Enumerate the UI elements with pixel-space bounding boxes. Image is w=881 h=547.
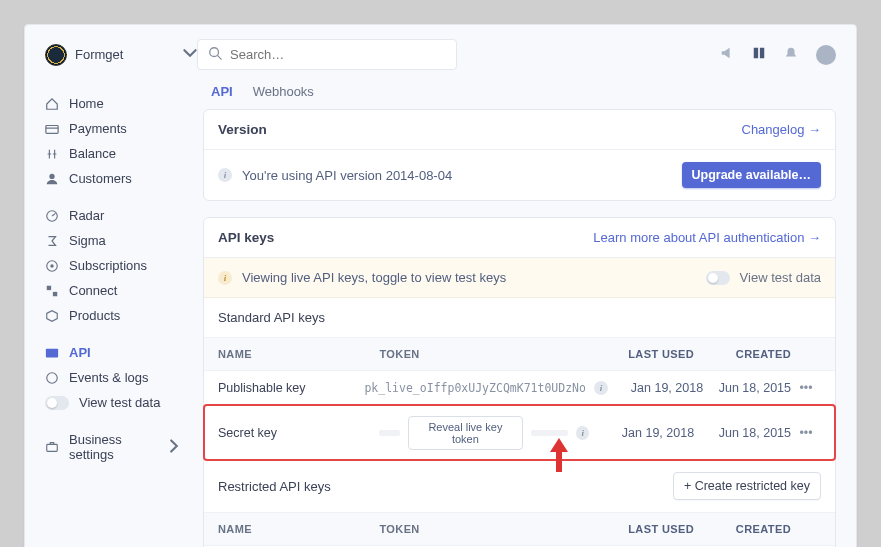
brand-logo-icon	[45, 44, 67, 66]
key-token[interactable]: pk_live_oIffp0xUJyZCQmK71t0UDzNo i	[364, 381, 608, 395]
api-keys-panel: API keys Learn more about API authentica…	[203, 217, 836, 547]
sidebar-item-connect[interactable]: Connect	[45, 279, 181, 302]
reveal-token-button[interactable]: Reveal live key token	[408, 416, 523, 450]
app-window: Formget Home	[24, 24, 857, 547]
sidebar-item-label: Home	[69, 96, 104, 111]
masked-token-icon	[379, 430, 400, 436]
svg-point-7	[50, 264, 54, 268]
sidebar-item-label: Balance	[69, 146, 116, 161]
sidebar-item-home[interactable]: Home	[45, 92, 181, 115]
svg-rect-10	[46, 348, 58, 357]
sidebar-item-label: View test data	[79, 395, 160, 410]
svg-rect-2	[46, 125, 58, 133]
connect-icon	[45, 284, 59, 298]
sidebar-item-label: Customers	[69, 171, 132, 186]
events-icon	[45, 371, 59, 385]
products-icon	[45, 309, 59, 323]
svg-rect-12	[47, 444, 58, 451]
nav-group-secondary: Radar Sigma Subscriptions Connect Produc…	[45, 204, 181, 327]
info-icon: i	[218, 168, 232, 182]
nav-group-dev: API Events & logs View test data	[45, 341, 181, 414]
row-more-icon[interactable]: •••	[791, 426, 821, 440]
payments-icon	[45, 122, 59, 136]
version-panel: Version Changelog → i You're using API v…	[203, 109, 836, 201]
key-token-cell: Reveal live key token i	[379, 416, 589, 450]
sidebar-item-label: Radar	[69, 208, 104, 223]
sidebar-item-products[interactable]: Products	[45, 304, 181, 327]
view-test-label: View test data	[740, 270, 821, 285]
sidebar-item-label: Business settings	[69, 432, 157, 462]
table-header: NAME TOKEN LAST USED CREATED	[204, 512, 835, 545]
balance-icon	[45, 147, 59, 161]
sidebar-item-label: Sigma	[69, 233, 106, 248]
tab-webhooks[interactable]: Webhooks	[253, 84, 314, 99]
col-created: CREATED	[694, 523, 791, 535]
tabs: API Webhooks	[203, 80, 836, 109]
home-icon	[45, 97, 59, 111]
sidebar-item-label: Subscriptions	[69, 258, 147, 273]
svg-point-4	[49, 173, 54, 178]
panel-title: Version	[218, 122, 267, 137]
version-info: i You're using API version 2014-08-04	[218, 168, 452, 183]
restricted-keys-header: Restricted API keys + Create restricted …	[204, 460, 835, 512]
search-icon	[208, 46, 222, 63]
sidebar-item-radar[interactable]: Radar	[45, 204, 181, 227]
sidebar-item-api[interactable]: API	[45, 341, 181, 364]
org-switcher[interactable]: Formget	[45, 44, 197, 66]
col-name: NAME	[218, 348, 379, 360]
search-input[interactable]	[230, 47, 446, 62]
key-lastused: Jan 19, 2018	[608, 381, 703, 395]
sidebar-item-payments[interactable]: Payments	[45, 117, 181, 140]
svg-rect-9	[53, 291, 57, 295]
col-lastused: LAST USED	[589, 523, 694, 535]
svg-line-1	[218, 56, 222, 60]
notice-text: Viewing live API keys, toggle to view te…	[242, 270, 506, 285]
bell-icon[interactable]	[784, 46, 798, 63]
info-icon[interactable]: i	[576, 426, 589, 440]
col-token: TOKEN	[379, 348, 589, 360]
sidebar-item-label: Events & logs	[69, 370, 149, 385]
masked-token-icon	[531, 430, 568, 436]
api-icon	[45, 346, 59, 360]
sidebar-item-testdata[interactable]: View test data	[45, 391, 181, 414]
learn-more-link[interactable]: Learn more about API authentication →	[593, 230, 821, 245]
sidebar-item-sigma[interactable]: Sigma	[45, 229, 181, 252]
announce-icon[interactable]	[720, 46, 734, 63]
customers-icon	[45, 172, 59, 186]
key-name: Secret key	[218, 426, 379, 440]
search-box[interactable]	[197, 39, 457, 70]
sidebar-item-customers[interactable]: Customers	[45, 167, 181, 190]
sidebar-item-label: Products	[69, 308, 120, 323]
warning-icon: i	[218, 271, 232, 285]
avatar[interactable]	[816, 45, 836, 65]
col-name: NAME	[218, 523, 379, 535]
svg-rect-8	[47, 285, 51, 289]
svg-point-11	[47, 372, 58, 383]
sidebar-item-label: Payments	[69, 121, 127, 136]
nav-group-settings: Business settings	[45, 428, 181, 466]
briefcase-icon	[45, 440, 59, 454]
col-created: CREATED	[694, 348, 791, 360]
sidebar-item-subscriptions[interactable]: Subscriptions	[45, 254, 181, 277]
sidebar-item-events[interactable]: Events & logs	[45, 366, 181, 389]
changelog-link[interactable]: Changelog →	[742, 122, 822, 137]
restricted-title: Restricted API keys	[218, 479, 331, 494]
chevron-right-icon	[167, 439, 181, 456]
upgrade-button[interactable]: Upgrade available…	[682, 162, 822, 188]
restricted-keys-table: NAME TOKEN LAST USED CREATED No restrict…	[204, 512, 835, 547]
sidebar-item-business-settings[interactable]: Business settings	[45, 428, 181, 466]
radar-icon	[45, 209, 59, 223]
table-row-secret: Secret key Reveal live key token i Jan 1…	[204, 405, 835, 460]
test-data-toggle[interactable]	[706, 271, 730, 285]
col-token: TOKEN	[379, 523, 589, 535]
tab-api[interactable]: API	[211, 84, 233, 99]
docs-icon[interactable]	[752, 46, 766, 63]
standard-keys-table: NAME TOKEN LAST USED CREATED Publishable…	[204, 337, 835, 460]
row-more-icon[interactable]: •••	[791, 381, 821, 395]
subscriptions-icon	[45, 259, 59, 273]
table-header: NAME TOKEN LAST USED CREATED	[204, 337, 835, 370]
create-restricted-button[interactable]: + Create restricted key	[673, 472, 821, 500]
info-icon[interactable]: i	[594, 381, 608, 395]
sidebar-item-balance[interactable]: Balance	[45, 142, 181, 165]
toggle-icon	[45, 396, 69, 410]
